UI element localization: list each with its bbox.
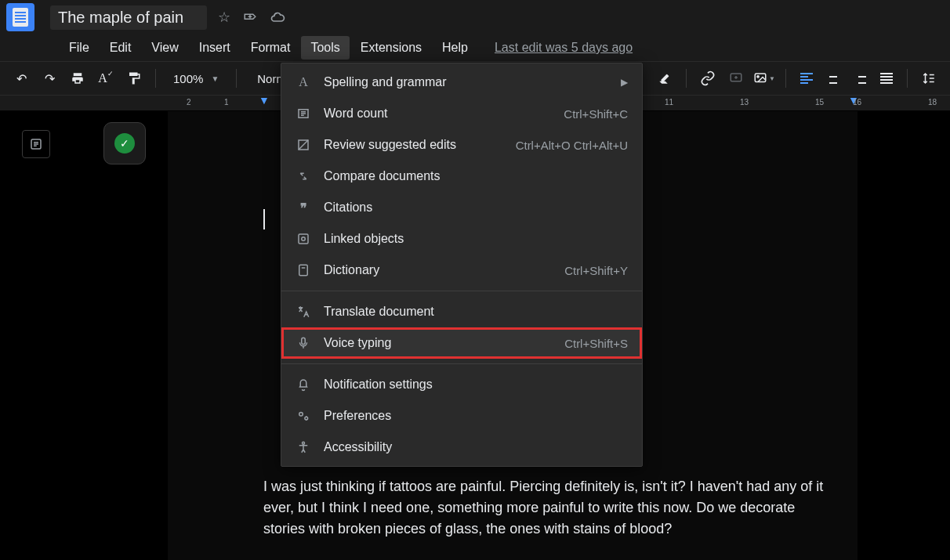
spellcheck-button[interactable]: A✓ [94, 67, 118, 90]
dd-label: Word count [324, 107, 551, 121]
spellcheck-icon: A [296, 74, 311, 90]
dd-label: Compare documents [324, 169, 628, 183]
dictionary-icon [296, 262, 311, 278]
move-icon[interactable] [243, 10, 257, 24]
compare-icon [296, 168, 311, 184]
dd-label: Voice typing [324, 336, 552, 350]
chevron-down-icon: ▼ [211, 74, 219, 83]
docs-logo-icon[interactable] [6, 3, 34, 31]
cloud-status-icon[interactable] [270, 9, 285, 25]
last-edit-link[interactable]: Last edit was 5 days ago [495, 41, 633, 55]
microphone-icon [296, 335, 311, 351]
dd-label: Dictionary [324, 263, 552, 277]
dd-label: Preferences [324, 409, 628, 423]
line-spacing-button[interactable] [917, 67, 941, 90]
redo-button[interactable]: ↷ [38, 67, 61, 90]
dd-shortcut: Ctrl+Alt+O Ctrl+Alt+U [516, 139, 628, 152]
text-cursor [263, 209, 265, 229]
svg-point-2 [757, 76, 759, 78]
menu-extensions[interactable]: Extensions [351, 36, 431, 60]
align-center-button[interactable] [822, 67, 844, 89]
dd-label: Translate document [324, 305, 628, 319]
menu-notification-settings[interactable]: Notification settings [281, 369, 642, 400]
word-count-icon [296, 106, 311, 121]
show-outline-button[interactable] [22, 130, 50, 158]
svg-point-10 [305, 417, 308, 420]
separator [281, 291, 642, 291]
add-comment-button[interactable] [724, 67, 748, 90]
align-justify-button[interactable] [876, 67, 897, 89]
svg-point-9 [299, 413, 303, 417]
menu-format[interactable]: Format [241, 36, 300, 60]
ruler-tick: 11 [665, 98, 673, 107]
linked-objects-icon [296, 231, 311, 247]
dd-label: Accessibility [324, 440, 628, 454]
ruler-tick: 1 [224, 98, 229, 107]
zoom-select[interactable]: 100% ▼ [165, 72, 227, 85]
menu-linked-objects[interactable]: Linked objects [281, 223, 642, 255]
citations-icon: ❞ [296, 200, 311, 215]
menu-accessibility[interactable]: Accessibility [281, 432, 642, 463]
titlebar: ☆ [0, 0, 950, 34]
dd-label: Linked objects [324, 232, 628, 246]
menu-spelling-grammar[interactable]: A Spelling and grammar ▶ [281, 67, 642, 98]
menu-review-suggested[interactable]: Review suggested edits Ctrl+Alt+O Ctrl+A… [281, 129, 642, 161]
separator [686, 69, 687, 88]
menu-voice-typing[interactable]: Voice typing Ctrl+Shift+S [281, 327, 642, 359]
dd-label: Notification settings [324, 378, 628, 392]
dd-label: Citations [324, 201, 628, 215]
dd-label: Spelling and grammar [324, 75, 608, 89]
menu-dictionary[interactable]: Dictionary Ctrl+Shift+Y [281, 255, 642, 286]
check-icon: ✓ [114, 133, 135, 154]
indent-marker-icon[interactable]: ▼ [259, 94, 270, 107]
menubar: File Edit View Insert Format Tools Exten… [0, 34, 950, 61]
svg-rect-8 [302, 338, 306, 344]
separator [785, 69, 786, 88]
separator [281, 363, 642, 364]
translate-icon [296, 304, 311, 320]
print-button[interactable] [66, 67, 89, 90]
dd-shortcut: Ctrl+Shift+C [564, 107, 628, 121]
tools-menu-dropdown: A Spelling and grammar ▶ Word count Ctrl… [281, 63, 643, 467]
separator [155, 69, 156, 88]
ruler-tick: 15 [815, 98, 824, 107]
separator [236, 69, 237, 88]
menu-help[interactable]: Help [433, 36, 477, 60]
menu-view[interactable]: View [142, 36, 187, 60]
dd-label: Review suggested edits [324, 138, 503, 152]
preferences-icon [296, 408, 311, 424]
highlight-button[interactable] [653, 67, 676, 90]
menu-translate-document[interactable]: Translate document [281, 296, 642, 327]
ruler-tick: 2 [187, 98, 191, 107]
insert-link-button[interactable] [696, 67, 720, 90]
svg-rect-6 [299, 234, 308, 244]
insert-image-button[interactable]: ▼ [752, 67, 776, 90]
menu-file[interactable]: File [60, 36, 99, 60]
menu-tools[interactable]: Tools [301, 36, 349, 60]
zoom-value: 100% [173, 72, 203, 85]
paint-format-button[interactable] [122, 67, 146, 90]
chevron-down-icon: ▼ [769, 75, 775, 82]
separator [907, 69, 908, 88]
menu-edit[interactable]: Edit [100, 36, 141, 60]
ruler-tick: 16 [853, 98, 861, 107]
ruler-tick: 13 [740, 98, 749, 107]
body-text[interactable]: I was just thinking if tattoos are painf… [263, 476, 826, 540]
accessibility-icon [296, 439, 311, 455]
align-right-button[interactable] [849, 67, 871, 89]
menu-preferences[interactable]: Preferences [281, 400, 642, 432]
menu-citations[interactable]: ❞ Citations [281, 192, 642, 223]
menu-compare-documents[interactable]: Compare documents [281, 161, 642, 192]
document-title-input[interactable] [50, 5, 207, 30]
undo-button[interactable]: ↶ [9, 67, 33, 90]
dd-shortcut: Ctrl+Shift+S [564, 337, 628, 350]
spellcheck-badge[interactable]: ✓ [103, 122, 146, 164]
align-left-button[interactable] [796, 67, 818, 89]
svg-point-11 [303, 442, 305, 444]
menu-word-count[interactable]: Word count Ctrl+Shift+C [281, 98, 642, 129]
review-icon [296, 137, 311, 153]
menu-insert[interactable]: Insert [190, 36, 240, 60]
ruler-tick: 18 [928, 98, 937, 107]
svg-rect-7 [299, 265, 308, 276]
star-icon[interactable]: ☆ [218, 9, 230, 26]
